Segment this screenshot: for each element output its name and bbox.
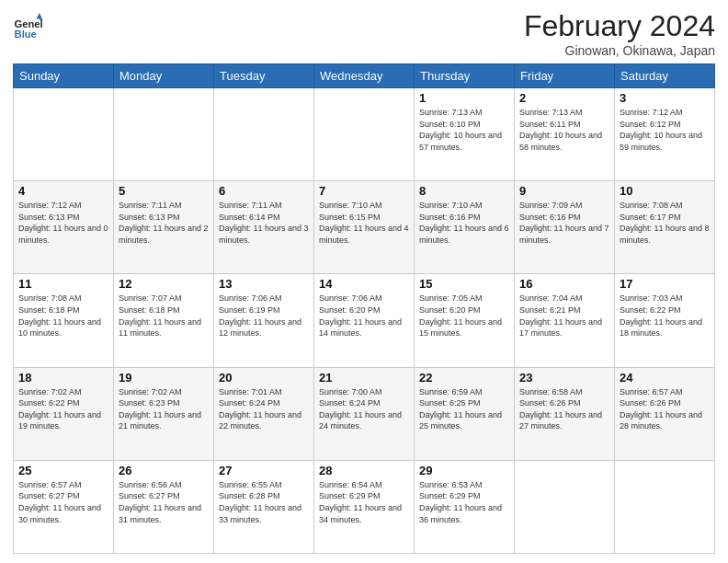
day-cell: 14Sunrise: 7:06 AMSunset: 6:20 PMDayligh… — [314, 274, 415, 367]
day-number: 16 — [519, 277, 609, 291]
day-cell: 15Sunrise: 7:05 AMSunset: 6:20 PMDayligh… — [415, 274, 515, 367]
day-cell: 2Sunrise: 7:13 AMSunset: 6:11 PMDaylight… — [515, 88, 615, 181]
day-number: 22 — [419, 371, 509, 385]
day-number: 12 — [119, 277, 209, 291]
day-number: 13 — [219, 277, 309, 291]
day-info: Sunrise: 7:04 AMSunset: 6:21 PMDaylight:… — [519, 293, 609, 339]
day-info: Sunrise: 7:01 AMSunset: 6:24 PMDaylight:… — [219, 386, 309, 432]
day-info: Sunrise: 7:06 AMSunset: 6:20 PMDaylight:… — [319, 293, 409, 339]
day-number: 9 — [519, 184, 609, 198]
day-number: 6 — [219, 184, 309, 198]
week-row-5: 25Sunrise: 6:57 AMSunset: 6:27 PMDayligh… — [14, 460, 715, 553]
day-cell: 11Sunrise: 7:08 AMSunset: 6:18 PMDayligh… — [14, 274, 114, 367]
day-number: 25 — [18, 464, 108, 477]
day-number: 11 — [18, 277, 108, 291]
day-info: Sunrise: 6:53 AMSunset: 6:29 PMDaylight:… — [419, 479, 509, 525]
day-info: Sunrise: 6:58 AMSunset: 6:26 PMDaylight:… — [519, 386, 609, 432]
day-info: Sunrise: 7:12 AMSunset: 6:12 PMDaylight:… — [620, 107, 710, 153]
day-number: 23 — [519, 371, 609, 385]
day-cell: 21Sunrise: 7:00 AMSunset: 6:24 PMDayligh… — [314, 367, 415, 460]
week-row-4: 18Sunrise: 7:02 AMSunset: 6:22 PMDayligh… — [14, 367, 715, 460]
day-number: 5 — [119, 184, 209, 198]
day-cell — [214, 88, 314, 181]
day-number: 27 — [219, 464, 309, 477]
day-cell — [114, 88, 214, 181]
day-number: 3 — [620, 91, 710, 105]
day-info: Sunrise: 7:03 AMSunset: 6:22 PMDaylight:… — [620, 293, 710, 339]
svg-marker-2 — [37, 13, 42, 18]
day-cell: 27Sunrise: 6:55 AMSunset: 6:28 PMDayligh… — [214, 460, 314, 553]
calendar-table: SundayMondayTuesdayWednesdayThursdayFrid… — [13, 63, 715, 554]
header-row: SundayMondayTuesdayWednesdayThursdayFrid… — [14, 64, 715, 88]
day-cell: 12Sunrise: 7:07 AMSunset: 6:18 PMDayligh… — [114, 274, 214, 367]
day-number: 7 — [319, 184, 409, 198]
day-info: Sunrise: 7:02 AMSunset: 6:22 PMDaylight:… — [18, 386, 108, 432]
logo: General Blue — [13, 13, 42, 42]
day-info: Sunrise: 6:57 AMSunset: 6:27 PMDaylight:… — [18, 479, 108, 525]
col-header-sunday: Sunday — [14, 64, 114, 88]
day-number: 8 — [419, 184, 509, 198]
svg-text:Blue: Blue — [15, 29, 37, 40]
day-cell: 1Sunrise: 7:13 AMSunset: 6:10 PMDaylight… — [415, 88, 515, 181]
day-number: 1 — [419, 91, 509, 105]
day-cell: 17Sunrise: 7:03 AMSunset: 6:22 PMDayligh… — [615, 274, 715, 367]
day-info: Sunrise: 7:13 AMSunset: 6:11 PMDaylight:… — [519, 107, 609, 153]
day-number: 2 — [519, 91, 609, 105]
day-cell: 29Sunrise: 6:53 AMSunset: 6:29 PMDayligh… — [415, 460, 515, 553]
week-row-2: 4Sunrise: 7:12 AMSunset: 6:13 PMDaylight… — [14, 181, 715, 274]
day-cell: 20Sunrise: 7:01 AMSunset: 6:24 PMDayligh… — [214, 367, 314, 460]
page: General Blue February 2024 Ginowan, Okin… — [0, 0, 728, 563]
day-info: Sunrise: 7:11 AMSunset: 6:13 PMDaylight:… — [119, 200, 209, 246]
day-number: 14 — [319, 277, 409, 291]
day-cell: 13Sunrise: 7:06 AMSunset: 6:19 PMDayligh… — [214, 274, 314, 367]
day-cell: 22Sunrise: 6:59 AMSunset: 6:25 PMDayligh… — [415, 367, 515, 460]
day-cell: 16Sunrise: 7:04 AMSunset: 6:21 PMDayligh… — [515, 274, 615, 367]
day-info: Sunrise: 7:08 AMSunset: 6:18 PMDaylight:… — [18, 293, 108, 339]
day-cell — [14, 88, 114, 181]
svg-text:General: General — [15, 18, 42, 29]
col-header-monday: Monday — [114, 64, 214, 88]
day-cell — [515, 460, 615, 553]
day-number: 18 — [18, 371, 108, 385]
day-info: Sunrise: 7:10 AMSunset: 6:16 PMDaylight:… — [419, 200, 509, 246]
day-cell: 7Sunrise: 7:10 AMSunset: 6:15 PMDaylight… — [314, 181, 415, 274]
col-header-thursday: Thursday — [415, 64, 515, 88]
day-info: Sunrise: 7:13 AMSunset: 6:10 PMDaylight:… — [419, 107, 509, 153]
col-header-wednesday: Wednesday — [314, 64, 415, 88]
day-info: Sunrise: 7:02 AMSunset: 6:23 PMDaylight:… — [119, 386, 209, 432]
month-title: February 2024 — [524, 9, 715, 43]
day-info: Sunrise: 7:12 AMSunset: 6:13 PMDaylight:… — [18, 200, 108, 246]
day-info: Sunrise: 7:10 AMSunset: 6:15 PMDaylight:… — [319, 200, 409, 246]
day-info: Sunrise: 6:55 AMSunset: 6:28 PMDaylight:… — [219, 479, 309, 525]
title-block: February 2024 Ginowan, Okinawa, Japan — [524, 9, 715, 58]
day-cell: 5Sunrise: 7:11 AMSunset: 6:13 PMDaylight… — [114, 181, 214, 274]
day-info: Sunrise: 6:57 AMSunset: 6:26 PMDaylight:… — [620, 386, 710, 432]
day-info: Sunrise: 6:54 AMSunset: 6:29 PMDaylight:… — [319, 479, 409, 525]
col-header-saturday: Saturday — [615, 64, 715, 88]
day-cell: 8Sunrise: 7:10 AMSunset: 6:16 PMDaylight… — [415, 181, 515, 274]
day-cell — [314, 88, 415, 181]
day-info: Sunrise: 7:05 AMSunset: 6:20 PMDaylight:… — [419, 293, 509, 339]
day-number: 21 — [319, 371, 409, 385]
day-cell: 4Sunrise: 7:12 AMSunset: 6:13 PMDaylight… — [14, 181, 114, 274]
day-number: 20 — [219, 371, 309, 385]
day-cell: 24Sunrise: 6:57 AMSunset: 6:26 PMDayligh… — [615, 367, 715, 460]
col-header-friday: Friday — [515, 64, 615, 88]
day-info: Sunrise: 6:56 AMSunset: 6:27 PMDaylight:… — [119, 479, 209, 525]
col-header-tuesday: Tuesday — [214, 64, 314, 88]
day-cell — [615, 460, 715, 553]
week-row-3: 11Sunrise: 7:08 AMSunset: 6:18 PMDayligh… — [14, 274, 715, 367]
day-info: Sunrise: 7:08 AMSunset: 6:17 PMDaylight:… — [620, 200, 710, 246]
day-number: 10 — [620, 184, 710, 198]
day-number: 26 — [119, 464, 209, 477]
day-info: Sunrise: 7:00 AMSunset: 6:24 PMDaylight:… — [319, 386, 409, 432]
day-cell: 9Sunrise: 7:09 AMSunset: 6:16 PMDaylight… — [515, 181, 615, 274]
day-cell: 6Sunrise: 7:11 AMSunset: 6:14 PMDaylight… — [214, 181, 314, 274]
day-cell: 18Sunrise: 7:02 AMSunset: 6:22 PMDayligh… — [14, 367, 114, 460]
day-cell: 26Sunrise: 6:56 AMSunset: 6:27 PMDayligh… — [114, 460, 214, 553]
day-cell: 3Sunrise: 7:12 AMSunset: 6:12 PMDaylight… — [615, 88, 715, 181]
day-cell: 10Sunrise: 7:08 AMSunset: 6:17 PMDayligh… — [615, 181, 715, 274]
day-info: Sunrise: 7:07 AMSunset: 6:18 PMDaylight:… — [119, 293, 209, 339]
day-number: 4 — [18, 184, 108, 198]
day-number: 17 — [620, 277, 710, 291]
